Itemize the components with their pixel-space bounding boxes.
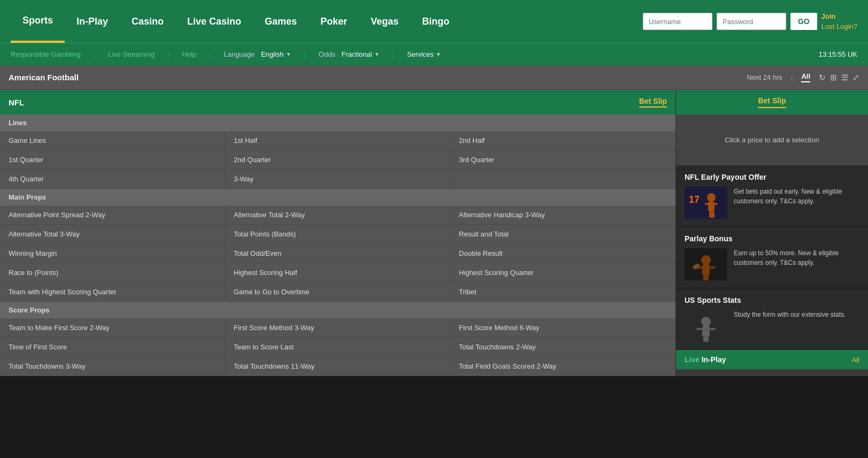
password-input[interactable]	[717, 13, 786, 30]
market-cell[interactable]: Game to Go to Overtime	[225, 283, 450, 301]
separator5: |	[393, 50, 394, 58]
market-cell[interactable]: Double Result	[450, 244, 675, 263]
language-dropdown-arrow: ▼	[286, 51, 291, 57]
market-cell[interactable]: Highest Scoring Quarter	[450, 263, 675, 282]
grid-view-icon[interactable]: ⊞	[830, 73, 837, 82]
svg-point-9	[701, 255, 711, 265]
market-row: 1st Quarter 2nd Quarter 3rd Quarter	[0, 150, 675, 170]
market-cell[interactable]: Team to Make First Score 2-Way	[0, 318, 225, 337]
svg-rect-10	[702, 264, 710, 275]
lines-label: Lines	[9, 119, 27, 127]
promo-content: Study the form with our extensive stats.	[685, 310, 859, 342]
sub-header: Responsible Gambling | Live Streaming | …	[0, 43, 868, 65]
market-cell[interactable]: Time of First Score	[0, 338, 225, 356]
market-cell[interactable]: Total Points (Bands)	[225, 225, 450, 243]
nav-casino[interactable]: Casino	[120, 0, 175, 43]
separator2: |	[167, 50, 169, 58]
expand-icon[interactable]: ⤢	[852, 73, 859, 82]
svg-rect-14	[706, 275, 709, 280]
services-button[interactable]: Services ▼	[407, 50, 441, 58]
market-cell[interactable]: Game Lines	[0, 131, 225, 150]
market-cell[interactable]: Result and Total	[450, 225, 675, 243]
lost-login-link[interactable]: Lost Login?	[821, 22, 857, 30]
market-cell[interactable]: Tribet	[450, 283, 675, 301]
nav-live-casino[interactable]: Live Casino	[175, 0, 253, 43]
nfl-promo-image: 17	[685, 187, 727, 219]
market-cell[interactable]: Team to Score Last	[225, 338, 450, 356]
go-button[interactable]: GO	[790, 13, 817, 30]
market-cell[interactable]: Alternative Handicap 3-Way	[450, 205, 675, 224]
market-cell[interactable]: Alternative Total 3-Way	[0, 225, 225, 243]
market-cell[interactable]: 1st Half	[225, 131, 450, 150]
market-row: 4th Quarter 3-Way	[0, 170, 675, 189]
market-cell[interactable]: First Score Method 6-Way	[450, 318, 675, 337]
bet-slip-title: Bet Slip	[758, 96, 786, 108]
nav-sports[interactable]: Sports	[11, 0, 65, 43]
language-value: English	[261, 50, 284, 58]
market-cell[interactable]: 3rd Quarter	[450, 150, 675, 169]
live-streaming-link[interactable]: Live Streaming	[108, 50, 155, 58]
market-cell[interactable]: Total Odd/Even	[225, 244, 450, 263]
svg-rect-6	[712, 211, 715, 218]
live-inplay-label: Live In-Play	[685, 355, 726, 364]
language-label: Language	[224, 50, 255, 58]
market-cell[interactable]: Total Touchdowns 11-Way	[225, 357, 450, 376]
market-row: Time of First Score Team to Score Last T…	[0, 338, 675, 357]
join-link[interactable]: Join	[821, 12, 836, 20]
market-row: Race to (Points) Highest Scoring Half Hi…	[0, 263, 675, 283]
language-selector[interactable]: Language English ▼	[224, 50, 291, 58]
live-label: Live	[685, 355, 700, 364]
list-view-icon[interactable]: ☰	[841, 73, 848, 82]
market-cell[interactable]: First Score Method 3-Way	[225, 318, 450, 337]
market-row: Game Lines 1st Half 2nd Half	[0, 131, 675, 150]
time-filter: Next 24 hrs | All	[747, 72, 811, 82]
odds-selector[interactable]: Odds Fractional ▼	[319, 50, 380, 58]
market-cell[interactable]: 1st Quarter	[0, 150, 225, 169]
market-cell[interactable]: Winning Margin	[0, 244, 225, 263]
market-cell[interactable]: Highest Scoring Half	[225, 263, 450, 282]
nav-vegas[interactable]: Vegas	[359, 0, 410, 43]
market-cell[interactable]: Race to (Points)	[0, 263, 225, 282]
nav-bingo[interactable]: Bingo	[410, 0, 461, 43]
parlay-bonus-promo: Parlay Bonus Earn up to 50%	[676, 227, 868, 288]
services-dropdown-arrow: ▼	[436, 51, 441, 57]
market-cell[interactable]: 3-Way	[225, 170, 450, 188]
market-cell[interactable]: 4th Quarter	[0, 170, 225, 188]
market-cell[interactable]: Alternative Point Spread 2-Way	[0, 205, 225, 224]
parlay-promo-image	[685, 248, 727, 280]
help-link[interactable]: Help	[182, 50, 196, 58]
promo-text: Earn up to 50% more. New & eligible cust…	[734, 248, 859, 280]
svg-text:17: 17	[689, 194, 700, 205]
score-props-label: Score Props	[9, 306, 50, 314]
market-cell[interactable]: Total Touchdowns 2-Way	[450, 338, 675, 356]
market-cell[interactable]: 2nd Quarter	[225, 150, 450, 169]
live-inplay-all-link[interactable]: All	[852, 356, 859, 364]
nav-poker[interactable]: Poker	[309, 0, 359, 43]
username-input[interactable]	[643, 13, 712, 30]
responsible-gambling-link[interactable]: Responsible Gambling	[11, 50, 81, 58]
nav-inplay[interactable]: In-Play	[65, 0, 120, 43]
page-title: American Football	[9, 73, 79, 82]
nav-games[interactable]: Games	[253, 0, 309, 43]
svg-rect-3	[705, 203, 709, 205]
live-inplay-section: Live In-Play All	[676, 350, 868, 369]
market-cell[interactable]: 2nd Half	[450, 131, 675, 150]
bet-slip-empty: Click a price to add a selection	[676, 114, 868, 165]
refresh-icon[interactable]: ↻	[819, 73, 826, 82]
market-cell[interactable]: Total Field Goals Scored 2-Way	[450, 357, 675, 376]
market-row: Team to Make First Score 2-Way First Sco…	[0, 318, 675, 338]
odds-value: Fractional	[342, 50, 372, 58]
market-cell[interactable]: Alternative Total 2-Way	[225, 205, 450, 224]
bet-slip-button[interactable]: Bet Slip	[639, 97, 667, 108]
all-filter[interactable]: All	[801, 72, 810, 82]
nfl-early-payout-promo: NFL Early Payout Offer 17 Get	[676, 165, 868, 227]
filter-divider: |	[791, 73, 793, 81]
next-24hrs-filter[interactable]: Next 24 hrs	[747, 73, 782, 81]
market-cell[interactable]: Team with Highest Scoring Quarter	[0, 283, 225, 301]
content-area: NFL Bet Slip Lines Game Lines 1st Half 2…	[0, 90, 675, 376]
market-cell[interactable]: Total Touchdowns 3-Way	[0, 357, 225, 376]
market-cell[interactable]	[450, 170, 675, 188]
promo-content: Earn up to 50% more. New & eligible cust…	[685, 248, 859, 280]
promo-text: Get bets paid out early. New & eligible …	[734, 187, 859, 219]
stats-promo-image	[685, 310, 727, 342]
